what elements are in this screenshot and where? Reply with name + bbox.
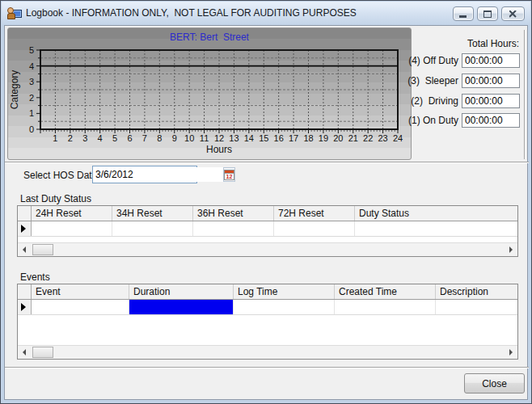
- scroll-thumb[interactable]: [32, 347, 53, 358]
- calendar-button[interactable]: 12: [223, 167, 235, 182]
- total-hours-heading: Total Hours:: [467, 38, 519, 49]
- scroll-left-button[interactable]: [18, 346, 31, 359]
- svg-text:5: 5: [29, 45, 34, 55]
- separator-top: [5, 162, 529, 163]
- calendar-icon: 12: [224, 170, 234, 180]
- svg-text:1: 1: [53, 133, 57, 143]
- svg-text:21: 21: [348, 133, 358, 143]
- horizontal-scrollbar[interactable]: [18, 345, 517, 359]
- table-empty-area: [18, 315, 517, 345]
- table-cell[interactable]: [112, 221, 193, 236]
- maximize-icon: [483, 11, 492, 18]
- table-cell[interactable]: [436, 300, 517, 314]
- window-title: Logbook - INFORMATION ONLY, NOT LEGAL FO…: [26, 2, 357, 25]
- sleeper-label: (3) Sleeper: [407, 75, 458, 86]
- maximize-button[interactable]: [477, 6, 498, 21]
- svg-text:8: 8: [157, 133, 162, 143]
- driving-hours-field[interactable]: [462, 94, 520, 108]
- off-duty-hours-field[interactable]: [462, 53, 520, 68]
- svg-text:11: 11: [200, 133, 209, 143]
- row-selector[interactable]: [18, 300, 32, 314]
- table-cell[interactable]: [274, 221, 355, 236]
- column-header[interactable]: 36H Reset: [193, 206, 274, 221]
- svg-text:Hours: Hours: [206, 144, 232, 155]
- svg-text:1: 1: [29, 108, 34, 118]
- svg-text:Category: Category: [9, 70, 20, 110]
- svg-text:12: 12: [214, 133, 224, 143]
- svg-text:2: 2: [29, 93, 34, 103]
- horizontal-scrollbar[interactable]: [18, 242, 517, 256]
- row-selector[interactable]: [18, 221, 32, 236]
- svg-text:20: 20: [333, 133, 343, 143]
- column-header[interactable]: Duration: [129, 284, 234, 299]
- logbook-window-icon: [7, 6, 22, 20]
- close-window-button[interactable]: [501, 6, 525, 21]
- svg-text:10: 10: [184, 133, 194, 143]
- svg-text:7: 7: [142, 133, 147, 143]
- table-cell[interactable]: [32, 221, 112, 236]
- row-indicator-icon: [21, 303, 26, 311]
- svg-text:6: 6: [127, 133, 132, 143]
- hos-date-label: Select HOS Date: [23, 170, 97, 181]
- table-header-row: EventDurationLog TimeCreated TimeDescrip…: [18, 284, 517, 300]
- table-cell[interactable]: [193, 221, 274, 236]
- table-cell[interactable]: [355, 221, 517, 236]
- svg-text:2: 2: [68, 133, 73, 143]
- table-cell[interactable]: [129, 300, 234, 314]
- svg-text:5: 5: [112, 133, 117, 143]
- svg-text:9: 9: [172, 133, 177, 143]
- column-header[interactable]: 24H Reset: [32, 206, 112, 221]
- vertical-separator: [524, 30, 526, 159]
- svg-text:22: 22: [363, 133, 373, 143]
- column-header[interactable]: Created Time: [335, 284, 436, 299]
- svg-text:3: 3: [82, 133, 87, 143]
- logbook-window: Logbook - INFORMATION ONLY, NOT LEGAL FO…: [0, 0, 532, 404]
- svg-text:4: 4: [29, 61, 34, 71]
- titlebar[interactable]: Logbook - INFORMATION ONLY, NOT LEGAL FO…: [2, 2, 530, 25]
- chart-plot: 1234567891011121314151617181920212223240…: [8, 28, 412, 160]
- scroll-left-button[interactable]: [18, 243, 31, 256]
- last-duty-status-table[interactable]: 24H Reset34H Reset36H Reset72H ResetDuty…: [17, 205, 518, 257]
- column-header[interactable]: Log Time: [234, 284, 335, 299]
- close-button[interactable]: Close: [464, 373, 525, 393]
- scroll-thumb[interactable]: [32, 244, 53, 255]
- column-header[interactable]: Event: [32, 284, 129, 299]
- close-icon: [509, 11, 517, 18]
- on-duty-label: (1) On Duty: [408, 115, 458, 126]
- events-table[interactable]: EventDurationLog TimeCreated TimeDescrip…: [17, 284, 518, 360]
- table-header-row: 24H Reset34H Reset36H Reset72H ResetDuty…: [18, 206, 517, 221]
- svg-text:19: 19: [319, 133, 328, 143]
- last-duty-status-heading: Last Duty Status: [20, 193, 91, 204]
- row-indicator-icon: [21, 225, 26, 233]
- on-duty-hours-field[interactable]: [462, 113, 520, 128]
- scroll-right-button[interactable]: [505, 346, 517, 359]
- svg-text:23: 23: [378, 133, 387, 143]
- table-corner[interactable]: [18, 206, 32, 221]
- svg-text:4: 4: [98, 133, 103, 143]
- column-header[interactable]: Description: [436, 284, 517, 299]
- svg-text:17: 17: [289, 133, 298, 143]
- driving-label: (2) Driving: [411, 95, 458, 107]
- table-cell[interactable]: [335, 300, 436, 314]
- sleeper-hours-field[interactable]: [462, 74, 520, 88]
- scroll-left-icon: [23, 349, 26, 356]
- table-corner[interactable]: [18, 284, 32, 299]
- hos-date-input[interactable]: [93, 167, 223, 182]
- column-header[interactable]: 72H Reset: [274, 206, 355, 221]
- column-header[interactable]: Duty Status: [355, 206, 517, 221]
- minimize-icon: [459, 11, 467, 18]
- svg-text:15: 15: [259, 133, 268, 143]
- table-cell[interactable]: [32, 300, 129, 314]
- scroll-left-icon: [23, 246, 26, 253]
- scroll-right-button[interactable]: [505, 243, 517, 256]
- hos-chart: 1234567891011121314151617181920212223240…: [7, 27, 412, 160]
- column-header[interactable]: 34H Reset: [112, 206, 193, 221]
- table-cell[interactable]: [234, 300, 335, 314]
- svg-text:14: 14: [244, 133, 254, 143]
- minimize-button[interactable]: [453, 6, 474, 21]
- hos-date-picker[interactable]: 12: [92, 166, 197, 183]
- table-row[interactable]: [18, 300, 517, 315]
- table-row[interactable]: [18, 221, 517, 237]
- svg-text:24: 24: [393, 133, 403, 143]
- scroll-right-icon: [509, 246, 513, 253]
